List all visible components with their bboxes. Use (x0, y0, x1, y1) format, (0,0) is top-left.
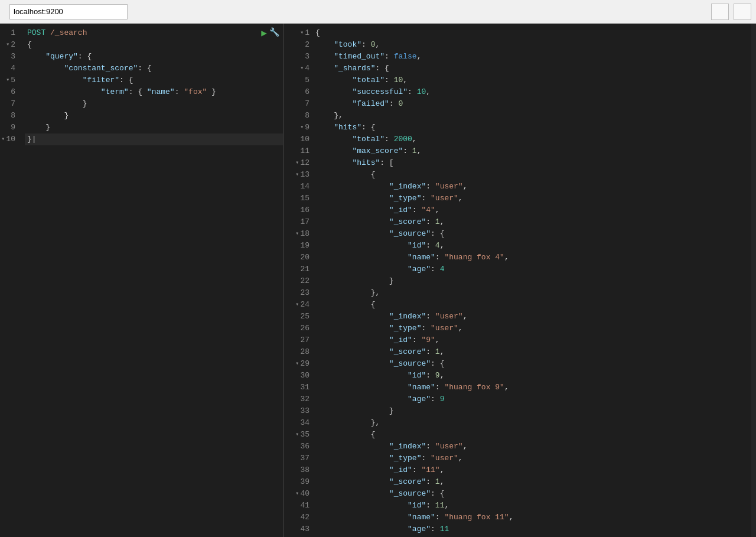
editor-line: } (25, 98, 283, 110)
response-line: "_index": "user", (313, 311, 751, 323)
editor-line: "term": { "name": "fox" } (25, 86, 283, 98)
help-button[interactable] (734, 4, 751, 20)
scrollbar[interactable] (751, 24, 756, 537)
response-line-number: 26 (284, 323, 313, 334)
response-line-number: ▾35 (284, 429, 313, 441)
response-line-number: 38 (284, 464, 313, 476)
response-line: "successful": 10, (313, 86, 751, 98)
response-line: } (313, 275, 751, 287)
response-line-number: 17 (284, 216, 313, 228)
response-line-number: 5 (284, 74, 313, 86)
response-line-number: 28 (284, 346, 313, 358)
response-line-number: 8 (284, 110, 313, 122)
response-line-number: ▾29 (284, 358, 313, 370)
response-line: "_source": { (313, 228, 751, 240)
line-number: ▾5 (0, 74, 20, 86)
response-line-number: 3 (284, 51, 313, 63)
response-line-number: 31 (284, 382, 313, 393)
main-container: ▶ 🔧 1▾234▾56789▾10 POST /_search{ "query… (0, 24, 756, 537)
response-line-number: ▾12 (284, 157, 313, 169)
editor-line: POST /_search (25, 27, 283, 39)
response-line: "_id": "11", (313, 464, 751, 476)
response-line-number: 2 (284, 39, 313, 51)
response-line: "failed": 0 (313, 98, 751, 110)
response-line-number: 34 (284, 417, 313, 429)
editor-line: } (25, 110, 283, 122)
response-line: "name": "huang fox 4", (313, 252, 751, 263)
response-line: "max_score": 1, (313, 145, 751, 157)
response-line: "id": 9, (313, 370, 751, 382)
response-line: "_type": "user", (313, 323, 751, 334)
response-line-numbers: ▾123▾45678▾91011▾12▾1314151617▾181920212… (284, 24, 313, 537)
response-line: "_score": 1, (313, 476, 751, 488)
response-line: "_type": "user", (313, 453, 751, 464)
response-line-number: ▾4 (284, 63, 313, 74)
response-line: "timed_out": false, (313, 51, 751, 63)
response-line: "_shards": { (313, 63, 751, 74)
editor-line: } (25, 122, 283, 134)
editor-line: }| (25, 134, 283, 145)
response-line: "_source": { (313, 488, 751, 500)
line-number: 9 (0, 122, 20, 134)
response-line: "_score": 1, (313, 346, 751, 358)
line-number: 6 (0, 86, 20, 98)
response-line-number: 23 (284, 287, 313, 299)
response-line-number: 42 (284, 512, 313, 523)
response-line: }, (313, 110, 751, 122)
response-line: "hits": [ (313, 157, 751, 169)
response-line-number: 37 (284, 453, 313, 464)
response-line: "_id": "9", (313, 334, 751, 346)
response-line-number: ▾13 (284, 169, 313, 181)
right-panel: ▾123▾45678▾91011▾12▾1314151617▾181920212… (284, 24, 756, 537)
response-line: }, (313, 417, 751, 429)
response-line: "total": 10, (313, 74, 751, 86)
response-line-number: ▾9 (284, 122, 313, 134)
header (0, 0, 756, 24)
response-line-number: 27 (284, 334, 313, 346)
editor-line: "constant_score": { (25, 63, 283, 74)
response-line: "age": 9 (313, 393, 751, 405)
response-line-number: 11 (284, 145, 313, 157)
response-line: "_source": { (313, 358, 751, 370)
history-button[interactable] (711, 4, 729, 20)
response-line-number: 32 (284, 393, 313, 405)
line-number: 3 (0, 51, 20, 63)
response-line: "age": 11 (313, 523, 751, 535)
response-line-number: 36 (284, 441, 313, 453)
line-number: 4 (0, 63, 20, 74)
response-line: "_index": "user", (313, 181, 751, 193)
response-line: { (313, 169, 751, 181)
response-line-number: 20 (284, 252, 313, 263)
response-line-number: 14 (284, 181, 313, 193)
line-number: 8 (0, 110, 20, 122)
editor-toolbar: ▶ 🔧 (261, 27, 279, 39)
response-line-number: 22 (284, 275, 313, 287)
response-line-number: ▾24 (284, 299, 313, 311)
wrench-button[interactable]: 🔧 (269, 27, 279, 39)
response-line: "hits": { (313, 122, 751, 134)
editor-lines[interactable]: POST /_search{ "query": { "constant_scor… (25, 24, 283, 537)
response-line-number: 19 (284, 240, 313, 252)
response-line: "took": 0, (313, 39, 751, 51)
response-line: "_type": "user", (313, 193, 751, 204)
response-line-number: ▾40 (284, 488, 313, 500)
response-line: "name": "huang fox 11", (313, 512, 751, 523)
line-number: ▾2 (0, 39, 20, 51)
response-line: "id": 11, (313, 500, 751, 512)
editor-line: { (25, 39, 283, 51)
response-line-number: 43 (284, 523, 313, 535)
response-line-number: 6 (284, 86, 313, 98)
response-line-number: 30 (284, 370, 313, 382)
line-number: 1 (0, 27, 20, 39)
response-line: { (313, 27, 751, 39)
response-line: "name": "huang fox 9", (313, 382, 751, 393)
response-line-number: 39 (284, 476, 313, 488)
response-content: ▾123▾45678▾91011▾12▾1314151617▾181920212… (284, 24, 756, 537)
run-button[interactable]: ▶ (261, 27, 267, 39)
response-line: } (313, 405, 751, 417)
response-line: "_id": "4", (313, 204, 751, 216)
response-line: "_index": "user", (313, 441, 751, 453)
server-input[interactable] (9, 4, 128, 19)
response-line-number: 10 (284, 134, 313, 145)
response-lines[interactable]: { "took": 0, "timed_out": false, "_shard… (313, 24, 751, 537)
